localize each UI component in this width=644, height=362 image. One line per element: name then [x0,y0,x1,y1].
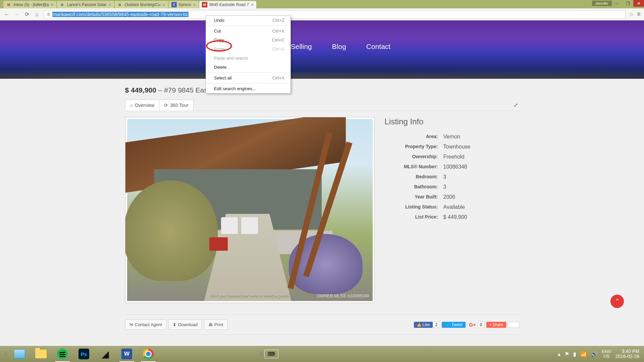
context-edit-search-engines[interactable]: Edit search engines... [206,84,290,93]
taskbar-drag-handle[interactable]: ∷∷∷∷∷∷ [260,352,262,357]
close-button[interactable]: ✕ [633,0,644,7]
tab-title: Syncro [179,2,191,7]
nav-blog[interactable]: Blog [332,43,346,51]
gplus-count: 0 [478,322,485,328]
listing-header: $ 449,900 – #79 9845 Eas [125,79,519,100]
tweet-button[interactable]: 🐦Tweet [442,322,466,328]
refresh-icon: ⟳ [164,103,168,108]
maximize-button[interactable]: ❐ [623,0,633,7]
value-property-type: Townhouse [443,144,471,150]
expand-icon[interactable]: ⤢ [514,102,519,108]
share-button[interactable]: +Share [486,322,506,328]
page-icon: 🗎 [117,2,123,7]
system-tray: ▴ ⚑ ▮ 📶 🔊 ENGUS 3:40 PM2016-02-28 [558,349,642,359]
browser-tab-3[interactable]: f Syncro × [169,1,199,8]
taskbar-chrome[interactable] [140,347,157,361]
home-icon[interactable]: ⌂ [34,11,40,18]
envelope-icon: ✉ [129,322,133,327]
minimize-button[interactable]: — [612,0,623,7]
scroll-top-button[interactable]: ⌃ [610,295,624,308]
on-screen-keyboard-icon[interactable]: ⌨ [264,350,278,358]
photo-watermark: OMREB MLS® #10086348 [317,293,369,298]
browser-tab-4[interactable]: M 9845 Eastside Road 7 × [199,1,256,8]
tray-network-icon[interactable]: 📶 [580,351,587,357]
label-property-type: Property Type: [385,144,443,150]
context-paste-search: Paste and search [206,54,290,63]
taskbar-spotify[interactable] [54,347,71,361]
context-delete[interactable]: Delete [206,63,290,72]
menu-icon[interactable]: ≡ [637,11,641,18]
download-icon: ⬇ [173,322,176,327]
facebook-icon: f [171,2,177,7]
home-icon: ⌂ [130,103,133,108]
tray-flag-icon[interactable]: ⚑ [565,351,569,357]
back-icon[interactable]: ← [3,11,10,18]
taskbar-explorer[interactable] [32,347,50,361]
address-bar[interactable]: 🗎 marikawolf.com/details/536558/9845-eas… [44,10,626,19]
share-count [507,322,519,328]
browser-tab-0[interactable]: M Inbox (5) - jfuller@a × [3,1,56,8]
value-area: Vernon [443,134,461,140]
facebook-like[interactable]: 👍Like 2 [414,322,440,328]
taskbar-app[interactable]: ◢ [97,347,114,361]
label-area: Area: [385,134,443,140]
thumbs-up-icon: 👍 [417,322,422,327]
context-paste: PasteCtrl+V [206,45,290,54]
download-button[interactable]: ⬇Download [168,319,202,330]
photo-caption: Roll your mouse over here to select a ph… [211,293,288,298]
language-indicator[interactable]: ENGUS [602,349,611,359]
taskbar-drag-handle[interactable]: ∷∷∷∷∷∷ [4,352,7,357]
tray-battery-icon[interactable]: ▮ [573,351,576,357]
chrome-user-badge[interactable]: Jennifer [592,1,612,6]
reload-icon[interactable]: ⟳ [23,11,30,18]
listing-photo[interactable]: Roll your mouse over here to select a ph… [125,117,375,303]
separator [206,25,290,26]
separator [206,72,290,73]
taskbar-photoshop[interactable]: Ps [75,347,93,361]
value-year-built: 2006 [443,194,455,200]
page-viewport: Buying and Selling Blog Contact $ 449,90… [0,20,644,350]
tab-360-tour[interactable]: ⟳ 360 Tour [159,100,193,111]
hero-banner: Buying and Selling Blog Contact [0,20,644,79]
context-select-all[interactable]: Select allCtrl+A [206,73,290,82]
clock[interactable]: 3:40 PM2016-02-28 [615,349,639,359]
tray-volume-icon[interactable]: 🔊 [591,351,598,357]
label-year-built: Year Built: [385,194,443,200]
close-icon[interactable]: × [108,2,111,7]
print-button[interactable]: 🖶Print [204,319,228,330]
label-ownership: Ownership: [385,154,443,160]
context-copy[interactable]: CopyCtrl+C [206,36,290,45]
gmail-icon: M [6,2,11,7]
print-icon: 🖶 [208,322,213,327]
bookmark-icon[interactable]: ☆ [629,11,634,17]
value-mls: 10086348 [443,164,467,170]
close-icon[interactable]: × [162,2,165,7]
gplus-icon: G+ [468,322,477,327]
value-status: Available [443,204,465,210]
forward-icon[interactable]: → [13,11,20,18]
listing-tabs: ⌂ Overview ⟳ 360 Tour ⤢ [125,100,519,111]
social-share: 👍Like 2 🐦Tweet G+ 0 +Share [414,322,519,328]
browser-toolbar: ← → ⟳ ⌂ 🗎 marikawolf.com/details/536558/… [0,8,644,20]
label-bedroom: Bedroom: [385,174,443,180]
close-icon[interactable]: × [51,2,54,7]
value-ownership: Freehold [443,154,465,160]
tray-chevron-up-icon[interactable]: ▴ [558,351,560,357]
contact-agent-button[interactable]: ✉Contact Agent [125,319,167,330]
nav-contact[interactable]: Contact [366,43,390,51]
taskbar-taskmanager[interactable] [11,347,28,361]
window-controls: Jennifer — ❐ ✕ [592,0,644,7]
close-icon[interactable]: × [193,2,196,7]
page-info-icon[interactable]: 🗎 [47,12,51,17]
browser-tab-2[interactable]: 🗎 Outdoor Burning/Cu × [115,1,168,8]
browser-tab-1[interactable]: 🗎 Lance's Passive Solar × [57,1,114,8]
tab-overview[interactable]: ⌂ Overview [125,100,160,111]
context-undo[interactable]: UndoCtrl+Z [206,16,290,25]
close-icon[interactable]: × [251,2,254,7]
value-bathroom: 3 [443,184,446,190]
tab-title: 9845 Eastside Road 7 [209,2,249,7]
taskbar-word[interactable]: W [118,347,136,361]
context-cut[interactable]: CutCtrl+X [206,26,290,36]
context-menu: UndoCtrl+Z CutCtrl+X CopyCtrl+C PasteCtr… [206,15,291,94]
google-plus[interactable]: G+ 0 [468,322,484,328]
